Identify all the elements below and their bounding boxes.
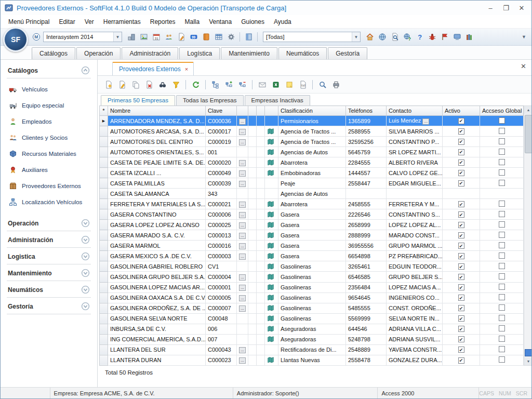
filter-button[interactable] [170, 79, 181, 90]
sidebar-item-equipo-especial[interactable]: Equipo especial [9, 101, 91, 110]
table-row[interactable]: LLANTERA DURANC000023...Llantas Nuevas25… [100, 355, 524, 365]
ellipsis-button[interactable]: ... [239, 305, 246, 312]
activo-checkbox[interactable]: ✔ [458, 149, 464, 155]
acceso-global-checkbox[interactable] [499, 180, 505, 186]
table-row[interactable]: CASETA IZCALLI ...C000049...Embobinadora… [100, 168, 524, 178]
users-button[interactable] [163, 32, 174, 43]
panel-close-icon[interactable]: ✕ [521, 62, 526, 70]
delete-button[interactable] [143, 79, 154, 90]
table-row[interactable]: FERRETERA Y MATERIALES LA S...C000021...… [100, 199, 524, 209]
table-row[interactable]: ING COMERCIAL AMERICA, S.A.D...007Asegur… [100, 334, 524, 344]
scroll-thumb[interactable] [525, 115, 532, 153]
sidebar-section-gestoria[interactable]: Gestoría [7, 298, 91, 314]
badge-99-button[interactable]: 99 [188, 32, 199, 43]
table-row[interactable]: GASERA CONSTANTINOC000006...Gasera222654… [100, 209, 524, 220]
note-edit-button[interactable] [176, 32, 187, 43]
column-header-blank[interactable] [237, 106, 248, 116]
ellipsis-button[interactable]: ... [239, 181, 246, 187]
column-header-accseso-global[interactable]: Accseso Global [480, 106, 524, 116]
acceso-global-checkbox[interactable] [499, 284, 505, 290]
activo-checkbox[interactable]: ✔ [458, 305, 464, 311]
acceso-global-checkbox[interactable] [499, 336, 505, 342]
acceso-global-checkbox[interactable] [499, 315, 505, 321]
activo-checkbox[interactable]: ✔ [458, 128, 464, 135]
module-tab-catalogos[interactable]: Catálogos [32, 47, 75, 59]
column-header-contacto[interactable]: Contacto [387, 106, 443, 116]
sidebar-section-mantenimiento[interactable]: Mantenimiento [7, 264, 91, 281]
acceso-global-checkbox[interactable] [499, 221, 505, 228]
sidebar-section-catalogos[interactable]: Catálogos [7, 62, 91, 78]
table-row[interactable]: GASERA LOPEZ LOPEZ ALONSOC000025...Gaser… [100, 220, 524, 230]
globe-button[interactable] [377, 32, 388, 43]
acceso-global-checkbox[interactable] [499, 211, 505, 217]
ellipsis-button[interactable]: ... [239, 274, 246, 281]
expand-icon[interactable] [81, 252, 90, 261]
add-button[interactable] [103, 79, 114, 90]
expand-icon[interactable] [81, 219, 90, 228]
note-button[interactable] [284, 79, 295, 90]
table-row[interactable]: GASERA MARMOLC000016...Gasera36955556GRU… [100, 241, 524, 251]
module-tab-neumaticos[interactable]: Neumáticos [278, 47, 327, 59]
sidebar-item-recursos-materiales[interactable]: Recursos Materiales [9, 150, 91, 158]
scroll-down-icon[interactable]: ▼ [524, 357, 532, 365]
sidebar-item-vehiculos[interactable]: Vehículos [9, 85, 91, 94]
column-header-blank[interactable] [248, 106, 257, 116]
table-row[interactable]: GASOLINERA SELVA NORTEC00048Gasolineras5… [100, 313, 524, 324]
activo-checkbox[interactable]: ✔ [458, 180, 464, 187]
sidebar-section-logistica[interactable]: Logistica [7, 248, 91, 264]
module-tab-gestoria[interactable]: Gestoría [328, 47, 367, 59]
activo-checkbox[interactable]: ✔ [458, 243, 464, 249]
picture-button[interactable] [138, 32, 149, 43]
ellipsis-button[interactable]: ... [239, 212, 246, 218]
activo-checkbox[interactable]: ✔ [458, 118, 464, 124]
activo-checkbox[interactable]: ✔ [458, 170, 464, 176]
vertical-scrollbar[interactable]: ▲ ▼ [524, 105, 532, 366]
ellipsis-button[interactable]: ... [239, 129, 246, 135]
acceso-global-checkbox[interactable] [499, 325, 505, 331]
acceso-global-checkbox[interactable] [499, 263, 505, 269]
ellipsis-button[interactable]: ... [422, 118, 429, 125]
help-button[interactable]: ? [414, 32, 425, 43]
table-row[interactable]: GASOLINERA GRUPO BELJER S.A...C000004...… [100, 272, 524, 282]
preview-button[interactable] [317, 79, 328, 90]
ellipsis-button[interactable]: ... [239, 285, 246, 291]
activo-checkbox[interactable]: ✔ [458, 263, 464, 270]
acceso-global-checkbox[interactable] [499, 252, 505, 259]
table-row[interactable]: GASERA MEXICO S.A .DE C.V.C000003...Gase… [100, 251, 524, 261]
activo-checkbox[interactable]: ✔ [458, 315, 464, 322]
expand-icon[interactable] [81, 302, 90, 311]
table-row[interactable]: GASOLINERA LOPEZ MACIAS AR...C000001...G… [100, 282, 524, 292]
column-header-clasificacion[interactable]: Clasificación [278, 106, 346, 116]
chat-button[interactable] [451, 32, 462, 43]
scroll-marker[interactable] [525, 349, 532, 356]
sidebar-section-administracion[interactable]: Administración [7, 231, 91, 248]
table-row[interactable]: CASETA DE PEAJE LIMITE S.A. DE...C000020… [100, 157, 524, 168]
expand-icon[interactable] [81, 285, 90, 294]
ellipsis-button[interactable]: ... [239, 202, 246, 208]
print-button[interactable] [330, 79, 341, 90]
bug-button[interactable] [427, 32, 437, 43]
table-row[interactable]: LLANTERA DEL SURC000043...Rectificadoras… [100, 344, 524, 355]
module-tab-mantenimiento[interactable]: Mantenimiento [221, 47, 277, 59]
tree-button[interactable] [210, 79, 221, 90]
sidebar-section-operacion[interactable]: Operación [7, 215, 91, 231]
acceso-global-checkbox[interactable] [499, 232, 505, 238]
menu-guiones[interactable]: Guiones [236, 16, 269, 28]
activo-checkbox[interactable]: ✔ [458, 357, 464, 364]
activo-checkbox[interactable]: ✔ [458, 139, 464, 145]
sub-tab-empresas-inactivas[interactable]: Empresas Inactivas [245, 95, 310, 105]
txt-button[interactable]: TXT [297, 79, 308, 90]
acceso-global-checkbox[interactable] [499, 128, 505, 134]
activo-checkbox[interactable]: ✔ [458, 201, 464, 207]
table-row[interactable]: AUTOMOTORES ARCASA, S.A. D...C000017...A… [100, 126, 524, 137]
module-tab-administracion[interactable]: Administración [122, 47, 178, 59]
ellipsis-button[interactable]: ... [239, 254, 246, 260]
activo-checkbox[interactable]: ✔ [458, 274, 464, 280]
acceso-global-checkbox[interactable] [499, 273, 505, 280]
ellipsis-button[interactable]: ... [239, 222, 246, 229]
copy-button[interactable] [130, 79, 141, 90]
table-row[interactable]: AUTOMOTORES DEL CENTROC000019...Agencia … [100, 137, 524, 147]
module-tab-logistica[interactable]: Logística [179, 47, 220, 59]
sidebar-item-empleados[interactable]: Empleados [9, 117, 91, 126]
table-row[interactable]: ▶ARRENDADORA MENDEZ, S.A. D...C000036...… [100, 116, 524, 126]
